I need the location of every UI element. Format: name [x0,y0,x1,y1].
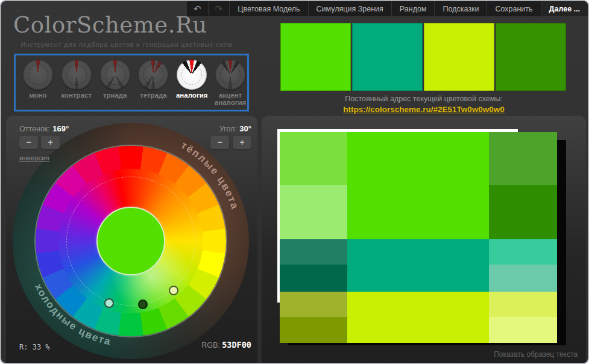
mode-label: моно [21,92,55,99]
rgb-hex-label: RGB: [201,341,220,350]
mosaic-cell-primary-muted [489,132,557,185]
app-window: ↶ ↷ Цветовая Модель Симуляция Зрения Ран… [0,0,589,364]
mosaic-cell-primary [347,132,489,239]
accented-analogic-dial-icon [215,60,245,90]
menu-item-hints[interactable]: Подсказки [434,1,487,16]
redo-button[interactable]: ↷ [208,1,230,16]
color-wheel-panel: тёплые цвета холодные цвета Оттенок: 169… [6,116,257,363]
mosaic-cell-secondary-b-muted [280,292,347,317]
warm-colors-arc-label: тёплые цвета [179,139,241,211]
mosaic-cell-secondary-b-light [489,292,557,317]
example-panel: Показать образец текста [262,116,586,363]
scheme-mode-selector-highlight: моно контраст триада тетрада аналогия ак… [14,54,249,111]
rgb-hex-value: 53DF00 [222,340,251,350]
mode-mono[interactable]: моно [21,60,55,110]
redo-icon: ↷ [215,4,223,14]
mode-label: триада [98,92,132,99]
scheme-swatch-2[interactable] [424,23,494,91]
site-tagline: · Инструмент для подбора цветов и генера… [16,41,238,48]
mosaic-cell-primary-lighter [280,185,347,239]
mosaic-cell-secondary-a-pale [489,265,557,292]
hue-minus-button[interactable]: − [19,136,38,149]
scheme-swatch-0[interactable] [280,23,351,91]
mosaic-cell-secondary-b-dark [280,317,347,343]
rgb-red-percent: R: 33 % [19,344,50,351]
angle-value: 30° [239,124,251,133]
permalink-block: Постоянный адрес текущей цветовой схемы:… [262,95,586,115]
mosaic-cell-primary-light [280,132,347,185]
scheme-swatch-3[interactable] [496,23,566,91]
scheme-swatch-1[interactable] [352,23,423,91]
angle-label: Угол: [219,125,237,133]
mode-label: тетрада [136,92,170,99]
triad-dial-icon [100,60,130,90]
hue-plus-button[interactable]: + [41,136,60,149]
analogic-dial-icon [177,60,207,90]
mono-dial-icon [23,60,53,90]
mosaic-cell-secondary-b [347,292,489,343]
mode-label: акцент аналогия [213,92,247,106]
menu-item-save[interactable]: Сохранить [487,1,540,16]
angle-plus-button[interactable]: + [233,136,251,149]
menu-item-next[interactable]: Далее ... [541,1,588,16]
invert-link[interactable]: инверсия [19,154,49,162]
hue-value: 169° [52,124,69,133]
mode-analogic-selected[interactable]: аналогия [175,60,209,110]
mosaic-cell-secondary-a-light [489,239,557,265]
rgb-percentages: R: 33 % G: 87 % B: 0 % [19,328,50,364]
mode-tetrad[interactable]: тетрада [136,60,170,110]
mosaic-cell-secondary-a-dark [280,265,347,292]
tetrad-dial-icon [138,60,168,90]
hue-readout: Оттенок: 169° [19,123,69,134]
contrast-dial-icon [61,60,92,90]
menu-item-color-model[interactable]: Цветовая Модель [229,1,307,16]
mode-accented-analogic[interactable]: акцент аналогия [213,60,247,110]
mosaic-cell-secondary-a [347,239,489,292]
mode-contrast[interactable]: контраст [60,60,93,110]
permalink-url[interactable]: https://colorscheme.ru/#2E51Tw0w0w0w0 [343,105,505,114]
mode-label: контраст [60,92,93,99]
angle-readout: Угол: 30° [219,123,251,134]
undo-button[interactable]: ↶ [186,1,208,16]
scheme-swatch-strip [280,23,566,91]
angle-minus-button[interactable]: − [210,136,229,149]
menu-item-random[interactable]: Рандом [391,1,435,16]
example-color-mosaic [280,132,557,343]
mode-label: аналогия [175,92,209,99]
hue-label: Оттенок: [19,125,50,133]
rgb-hex-readout: RGB: 53DF00 [201,340,251,350]
mosaic-cell-primary-dark [489,185,557,239]
show-text-sample-link[interactable]: Показать образец текста [494,350,578,359]
permalink-label: Постоянный адрес текущей цветовой схемы: [262,95,586,103]
mosaic-cell-secondary-b-pale [489,317,557,343]
mosaic-cell-secondary-a-muted [280,239,347,265]
top-menubar: ↶ ↷ Цветовая Модель Симуляция Зрения Ран… [186,1,588,16]
mode-triad[interactable]: триада [98,60,132,110]
site-logo[interactable]: ColorScheme.Ru [13,12,207,38]
menu-item-vision-simulation[interactable]: Симуляция Зрения [308,1,391,16]
undo-icon: ↶ [194,4,201,14]
